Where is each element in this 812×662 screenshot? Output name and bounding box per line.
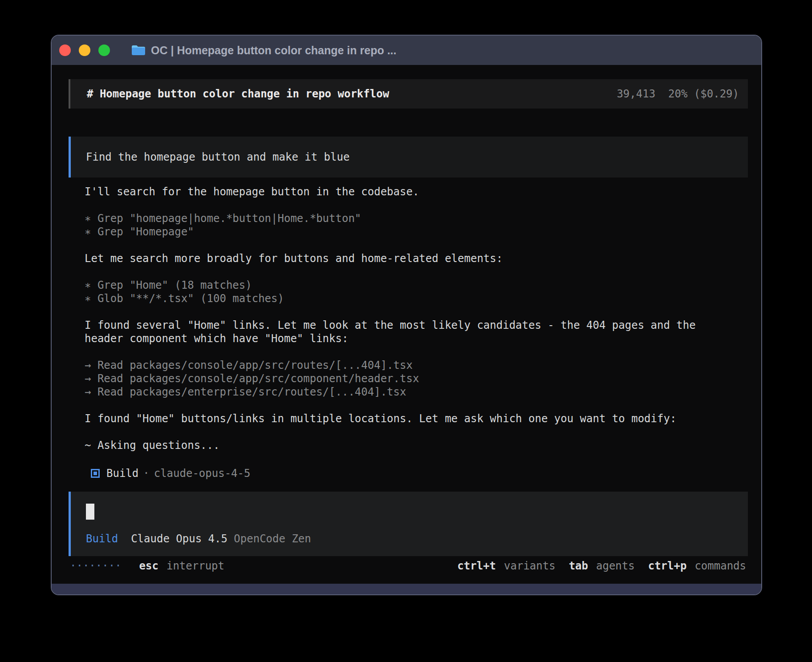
transcript-line: ~ Asking questions... [85,439,752,452]
prompt-input[interactable]: Build Claude Opus 4.5 OpenCode Zen [69,492,748,556]
transcript-line: I'll search for the homepage button in t… [85,185,752,198]
agent-status-row: Build · claude-opus-4-5 [85,467,250,480]
session-cost: ($0.29) [694,88,739,100]
shortcut-key: tab [569,560,588,572]
agent-name: Build [106,467,138,480]
transcript-paragraph: ∗ Grep "homepage|home.*button|Home.*butt… [85,212,752,238]
transcript-line: Let me search more broadly for buttons a… [85,252,752,265]
window-bottom-edge [52,584,761,595]
shortcut-label: interrupt [166,560,224,572]
session-title: # Homepage button color change in repo w… [87,88,389,100]
transcript-paragraph: ~ Asking questions... [85,439,752,452]
user-message: Find the homepage button and make it blu… [69,137,748,178]
transcript-line: I found "Home" buttons/links in multiple… [85,412,752,425]
session-stats: 39,413 20% ($0.29) [617,88,739,100]
zoom-button[interactable] [98,44,110,56]
transcript-paragraph: ∗ Grep "Home" (18 matches)∗ Glob "**/*.t… [85,279,752,305]
shortcut-label: variants [504,560,556,572]
transcript-line: ∗ Glob "**/*.tsx" (100 matches) [85,292,752,305]
user-message-text: Find the homepage button and make it blu… [86,151,349,163]
window-title: OC | Homepage button color change in rep… [151,44,396,57]
close-button[interactable] [59,44,71,56]
shortcut-label: agents [596,560,635,572]
terminal-window: OC | Homepage button color change in rep… [51,35,762,595]
shortcut-key: ctrl+t [457,560,496,572]
agent-model: claude-opus-4-5 [154,467,251,480]
input-model-line: Build Claude Opus 4.5 OpenCode Zen [86,532,311,545]
transcript-paragraph: I'll search for the homepage button in t… [85,185,752,198]
session-header: # Homepage button color change in repo w… [69,79,748,109]
agent-separator: · [143,467,149,480]
shortcut-hint-ctrl-p: ctrl+pcommands [648,560,746,572]
transcript-line: → Read packages/console/app/src/routes/[… [85,359,752,372]
shortcut-key: esc [139,560,158,572]
input-agent-label[interactable]: Build [86,533,118,545]
minimize-button[interactable] [79,44,90,56]
shortcut-key: ctrl+p [648,560,687,572]
desktop: OC | Homepage button color change in rep… [0,0,812,662]
input-model-label[interactable]: Claude Opus 4.5 [131,533,227,545]
shortcut-hint-ctrl-t: ctrl+tvariants [457,560,555,572]
transcript-line: ∗ Grep "Home" (18 matches) [85,279,752,292]
window-titlebar[interactable]: OC | Homepage button color change in rep… [52,36,761,65]
transcript-line: → Read packages/console/app/src/componen… [85,372,752,385]
text-cursor [86,504,94,520]
assistant-transcript: I'll search for the homepage button in t… [85,185,752,452]
input-provider-label: OpenCode Zen [234,533,311,545]
folder-icon [131,44,146,57]
terminal-content: # Homepage button color change in repo w… [52,65,761,584]
transcript-paragraph: I found "Home" buttons/links in multiple… [85,412,752,425]
build-agent-badge-icon [91,469,100,478]
token-count: 39,413 [617,88,655,100]
context-percent: 20% [668,88,687,100]
status-bar: ········ escinterrupt ctrl+tvariantstaba… [70,559,746,573]
shortcut-label: commands [694,560,746,572]
shortcut-hint-tab: tabagents [569,560,635,572]
transcript-line: ∗ Grep "Homepage" [85,225,752,238]
status-hints-right: ctrl+tvariantstabagentsctrl+pcommands [457,560,746,572]
spinner-dots: ········ [70,560,122,572]
transcript-paragraph: Let me search more broadly for buttons a… [85,252,752,265]
shortcut-hint-esc: escinterrupt [139,560,224,572]
transcript-paragraph: I found several "Home" links. Let me loo… [85,319,752,345]
transcript-line: ∗ Grep "homepage|home.*button|Home.*butt… [85,212,752,225]
status-hints-left: escinterrupt [139,560,224,572]
transcript-line: I found several "Home" links. Let me loo… [85,319,752,332]
transcript-line: → Read packages/enterprise/src/routes/[.… [85,385,752,399]
transcript-paragraph: → Read packages/console/app/src/routes/[… [85,359,752,399]
transcript-line: header component which have "Home" links… [85,332,752,345]
